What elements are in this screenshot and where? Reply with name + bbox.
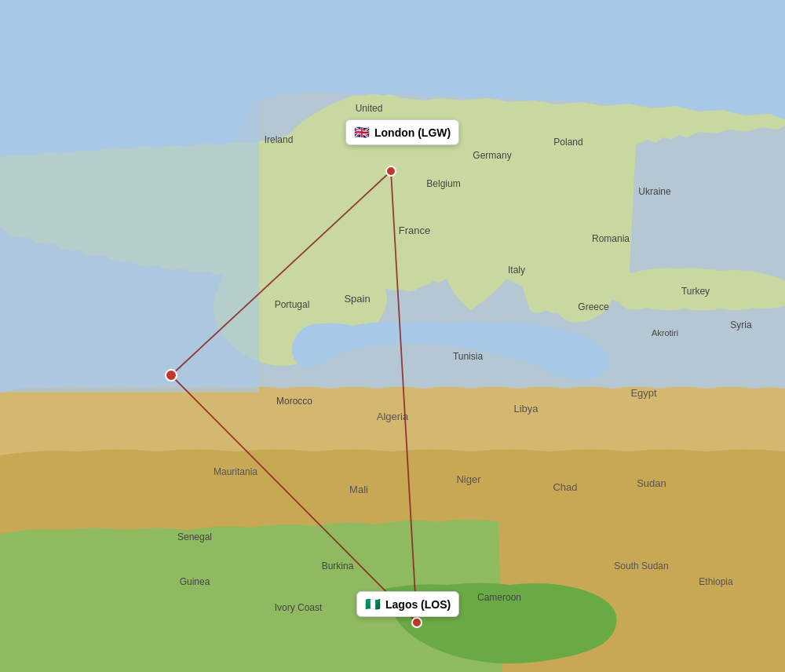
- svg-text:Mali: Mali: [349, 484, 368, 495]
- svg-text:Niger: Niger: [456, 473, 481, 485]
- svg-text:Syria: Syria: [730, 320, 752, 331]
- svg-point-39: [166, 370, 177, 381]
- svg-text:United: United: [356, 103, 383, 114]
- svg-text:Italy: Italy: [508, 265, 525, 276]
- svg-text:Greece: Greece: [578, 301, 609, 312]
- svg-text:Ivory Coast: Ivory Coast: [275, 602, 323, 613]
- svg-text:Mauritania: Mauritania: [214, 466, 257, 477]
- svg-text:Guinea: Guinea: [180, 576, 210, 587]
- svg-text:Cameroon: Cameroon: [477, 592, 521, 603]
- svg-text:Senegal: Senegal: [177, 531, 212, 542]
- svg-text:Ethiopia: Ethiopia: [699, 576, 733, 587]
- svg-text:Egypt: Egypt: [630, 387, 657, 399]
- map-container: Ireland United Belgium Germany Poland Uk…: [0, 0, 785, 672]
- svg-text:Belgium: Belgium: [426, 178, 460, 189]
- svg-text:Morocco: Morocco: [276, 396, 312, 407]
- svg-text:Libya: Libya: [513, 403, 539, 415]
- svg-point-38: [412, 618, 422, 627]
- svg-text:France: France: [399, 225, 430, 236]
- svg-text:Tunisia: Tunisia: [453, 351, 484, 362]
- svg-text:Poland: Poland: [553, 137, 582, 148]
- map-svg: Ireland United Belgium Germany Poland Uk…: [0, 0, 785, 672]
- svg-text:Turkey: Turkey: [681, 286, 710, 297]
- svg-rect-1: [0, 0, 259, 393]
- svg-text:Spain: Spain: [344, 293, 370, 305]
- svg-text:South Sudan: South Sudan: [614, 561, 668, 572]
- svg-text:Romania: Romania: [592, 233, 630, 244]
- svg-text:Ukraine: Ukraine: [638, 186, 671, 197]
- svg-text:Sudan: Sudan: [637, 477, 666, 489]
- svg-text:Ireland: Ireland: [265, 134, 294, 145]
- svg-text:Chad: Chad: [553, 481, 577, 493]
- svg-point-37: [386, 166, 396, 176]
- svg-text:Portugal: Portugal: [275, 299, 310, 310]
- svg-text:Germany: Germany: [473, 150, 511, 161]
- svg-text:Akrotiri: Akrotiri: [652, 328, 678, 338]
- svg-text:Burkina: Burkina: [322, 561, 354, 572]
